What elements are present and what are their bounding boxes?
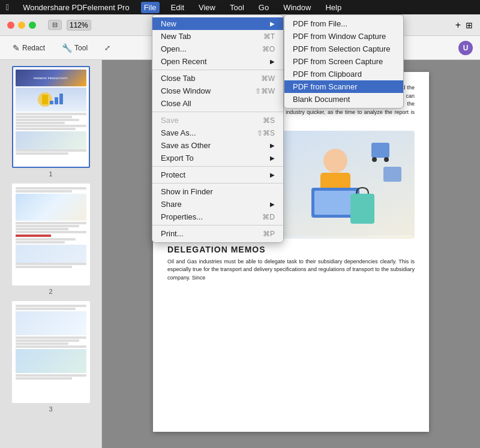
shortcut-open: ⌘O [262,45,275,53]
thumb-text-1 [16,113,86,115]
menu-item-save-other[interactable]: Save as Other ▶ [152,139,283,152]
thumbnail-1[interactable]: PROMOTE PRODUCTIVITY [6,66,95,178]
submenu-item-pdf-file[interactable]: PDF from File... [284,17,403,30]
shortcut-close-window: ⇧⌘W [255,87,275,95]
submenu-arrow-new: ▶ [270,20,275,27]
shortcut-print: ⌘P [263,230,275,238]
menu-item-protect[interactable]: Protect ▶ [152,169,283,181]
menu-separator-3 [152,166,283,167]
submenu-item-blank[interactable]: Blank Document [284,93,403,106]
shortcut-close-tab: ⌘W [261,74,275,83]
menu-item-export[interactable]: Export To ▶ [152,152,283,164]
menubar-file[interactable]: File [141,2,160,13]
menubar-tool[interactable]: Tool [227,2,247,13]
thumb-img-3 [16,245,86,263]
thumbnail-num-2: 2 [49,288,52,295]
submenu-item-scanner[interactable]: PDF from Scanner [284,80,403,93]
grid-view-icon[interactable]: ⊞ [466,20,473,30]
file-menu[interactable]: New ▶ New Tab ⌘T Open... ⌘O Open Recent … [152,14,284,243]
new-tab-icon[interactable]: + [455,20,461,31]
submenu-arrow-save-other: ▶ [270,142,275,149]
submenu-arrow-protect: ▶ [270,172,275,178]
menu-item-close-window[interactable]: Close Window ⇧⌘W [152,85,283,97]
maximize-button[interactable] [29,22,36,29]
doc-heading-2: DELEGATION MEMOS [167,245,415,254]
minimize-button[interactable] [18,22,25,29]
menu-item-close-tab[interactable]: Close Tab ⌘W [152,72,283,85]
menu-item-open-recent[interactable]: Open Recent ▶ [152,55,283,68]
shortcut-save: ⌘S [263,116,275,125]
svg-point-19 [384,157,389,162]
titlebar-right: + ⊞ [455,20,473,31]
redact-button[interactable]: ✎ Redact [7,40,50,56]
menubar-wondershare[interactable]: Wondershare PDFelement Pro [20,2,133,13]
menubar-go[interactable]: Go [256,2,272,13]
menubar-edit[interactable]: Edit [168,2,187,13]
menu-item-properties[interactable]: Properties... ⌘D [152,211,283,223]
thumb-highlight-2 [16,234,51,237]
submenu-item-selection-capture[interactable]: PDF from Selection Capture [284,43,403,55]
menu-separator-5 [152,225,283,225]
thumbnail-num-1: 1 [49,170,52,178]
thumbnail-image-3 [12,301,90,403]
menu-item-close-all[interactable]: Close All [152,97,283,110]
thumbnail-image-2 [12,184,90,285]
thumb-img-3c [16,349,86,373]
thumbnail-3[interactable]: 3 [6,301,95,413]
menu-separator-1 [152,70,283,70]
thumb-img-2 [16,194,86,221]
doc-paragraph-4: Oil and Gas industries must be able to d… [167,258,415,282]
titlebar-controls: ⊟ 112% [48,20,91,31]
redact-icon: ✎ [13,43,20,53]
svg-rect-21 [350,194,374,224]
shortcut-new-tab: ⌘T [263,32,275,41]
menu-item-open[interactable]: Open... ⌘O [152,43,283,55]
traffic-lights [7,22,36,29]
svg-rect-3 [55,97,58,104]
menu-item-share[interactable]: Share ▶ [152,198,283,211]
svg-rect-17 [371,143,389,158]
thumb-chart-1 [16,131,86,149]
menubar-help[interactable]: Help [322,2,344,13]
close-button[interactable] [7,22,14,29]
expand-button[interactable]: ⤢ [99,41,116,55]
thumbnail-num-3: 3 [49,405,52,413]
thumb-img-3b [16,311,86,335]
menu-separator-2 [152,112,283,112]
user-avatar[interactable]: U [458,41,473,55]
shortcut-properties: ⌘D [262,213,275,221]
new-submenu[interactable]: PDF from File... PDF from Window Capture… [284,14,404,109]
menubar-view[interactable]: View [196,2,218,13]
zoom-selector[interactable]: 112% [67,20,91,31]
apple-menu[interactable]:  [6,2,9,12]
submenu-item-screen-capture[interactable]: PDF from Screen Capture [284,55,403,68]
menu-item-print[interactable]: Print... ⌘P [152,227,283,240]
menu-item-new-tab[interactable]: New Tab ⌘T [152,30,283,43]
menu-item-show-finder[interactable]: Show in Finder [152,185,283,198]
sidebar-thumbnails: PROMOTE PRODUCTIVITY [0,60,102,448]
submenu-item-window-capture[interactable]: PDF from Window Capture [284,30,403,43]
shortcut-save-as: ⇧⌘S [257,129,275,137]
svg-rect-1 [42,95,48,104]
expand-icon: ⤢ [104,44,110,52]
menubar-window[interactable]: Window [280,2,314,13]
menu-item-new[interactable]: New ▶ [152,17,283,30]
submenu-arrow-recent: ▶ [270,58,275,65]
menu-separator-4 [152,183,283,184]
sidebar-toggle-button[interactable]: ⊟ [48,20,62,30]
tool-icon: 🔧 [62,43,72,53]
thumbnail-image-1: PROMOTE PRODUCTIVITY [12,66,90,168]
menu-item-save-as[interactable]: Save As... ⇧⌘S [152,127,283,139]
svg-rect-20 [383,167,401,182]
submenu-item-clipboard[interactable]: PDF from Clipboard [284,68,403,80]
svg-rect-4 [59,94,63,104]
redact-label: Redact [22,44,45,52]
svg-rect-16 [314,191,356,215]
tool-button[interactable]: 🔧 Tool [56,40,93,56]
submenu-arrow-share: ▶ [270,201,275,208]
svg-point-13 [323,149,347,173]
thumb-header-1: PROMOTE PRODUCTIVITY [16,70,86,86]
svg-point-18 [372,157,377,162]
thumbnail-2[interactable]: 2 [6,184,95,295]
submenu-arrow-export: ▶ [270,155,275,161]
